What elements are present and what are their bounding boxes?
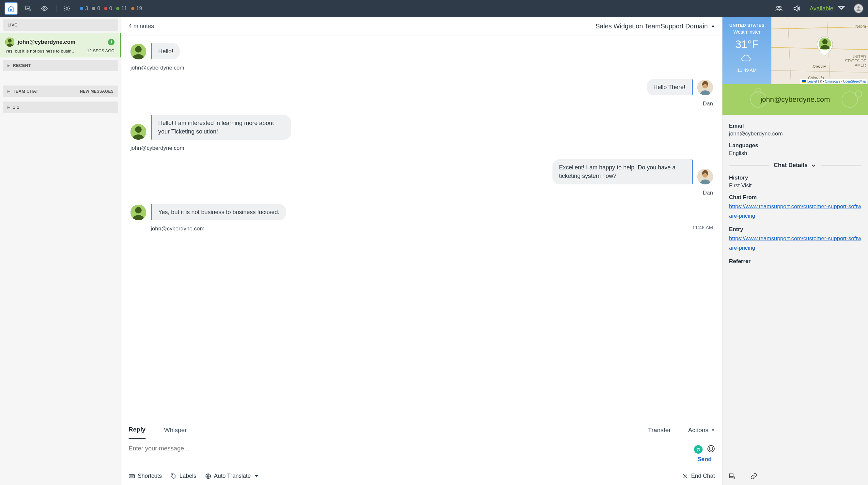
chat-details-label: Chat Details bbox=[769, 162, 810, 169]
keyboard-icon bbox=[129, 473, 135, 480]
leaflet-link[interactable]: Leaflet bbox=[807, 80, 817, 83]
sidebar-section-live[interactable]: LIVE bbox=[3, 19, 118, 31]
tab-whisper[interactable]: Whisper bbox=[164, 422, 187, 438]
availability-dropdown[interactable]: Available bbox=[810, 4, 845, 13]
gear-icon[interactable] bbox=[62, 4, 71, 13]
message-group: Hello! I am interested in learning more … bbox=[130, 115, 713, 151]
details-footer bbox=[722, 468, 868, 485]
transfer-button[interactable]: Transfer bbox=[648, 427, 671, 434]
chat-messages: Hello!john@cyberdyne.comHello There!DanH… bbox=[121, 36, 722, 421]
chat-source-dropdown[interactable]: Sales Widget on TeamSupport Domain bbox=[595, 23, 715, 30]
svg-point-2 bbox=[777, 6, 779, 8]
svg-point-3 bbox=[779, 6, 781, 8]
map-city-label: Denver bbox=[812, 64, 826, 69]
conversation-title: john@cyberdyne.com bbox=[18, 39, 105, 46]
status-count: 11 bbox=[121, 5, 127, 11]
chat-header: 4 minutes Sales Widget on TeamSupport Do… bbox=[121, 17, 722, 36]
message-bubble: Hello There! bbox=[647, 79, 693, 95]
current-user-avatar[interactable] bbox=[854, 4, 863, 13]
chat-from-link[interactable]: https://www.teamsupport.com/customer-sup… bbox=[729, 203, 861, 219]
chats-icon[interactable] bbox=[24, 4, 33, 13]
conversation-time: 12 SECS AGO bbox=[87, 49, 115, 54]
visitor-map[interactable]: Nebra UNITED STATES OF AMER Denver Color… bbox=[722, 17, 868, 84]
omniscale-link[interactable]: Omniscale bbox=[825, 80, 840, 83]
chevron-down-icon bbox=[711, 23, 715, 30]
message-bubble: Hello! I am interested in learning more … bbox=[151, 115, 291, 140]
people-icon[interactable] bbox=[774, 4, 783, 13]
svg-point-26 bbox=[750, 92, 766, 108]
grammarly-icon[interactable]: G bbox=[694, 445, 703, 454]
svg-point-6 bbox=[8, 39, 11, 42]
send-button[interactable]: Send bbox=[698, 456, 712, 463]
message-input[interactable] bbox=[129, 445, 694, 459]
message-bubble: Hello! bbox=[151, 43, 180, 59]
chevron-right-icon: ▶ bbox=[7, 64, 10, 67]
chat-history-icon[interactable] bbox=[728, 473, 736, 481]
top-bar: 3001119 Available bbox=[0, 0, 868, 17]
map-label: UNITED STATES OF AMER bbox=[843, 55, 866, 68]
visitor-avatar bbox=[130, 44, 146, 59]
osm-link[interactable]: OpenStreetMap bbox=[843, 80, 866, 83]
new-messages-link[interactable]: NEW MESSAGES bbox=[80, 89, 114, 94]
home-button[interactable] bbox=[5, 2, 18, 15]
emoji-icon[interactable] bbox=[707, 445, 715, 454]
languages-value: English bbox=[729, 150, 862, 157]
link-icon[interactable] bbox=[750, 473, 757, 481]
entry-label: Entry bbox=[729, 226, 862, 233]
history-value: First Visit bbox=[729, 182, 862, 189]
visitor-avatar bbox=[130, 205, 146, 220]
end-chat-button[interactable]: End Chat bbox=[682, 473, 715, 480]
actions-label: Actions bbox=[688, 427, 708, 434]
sidebar-section-recent[interactable]: ▶RECENT bbox=[3, 60, 118, 71]
email-label: Email bbox=[729, 123, 862, 129]
entry-link[interactable]: https://www.teamsupport.com/customer-sup… bbox=[729, 235, 861, 251]
message-sender: john@cyberdyne.com bbox=[151, 225, 205, 232]
message-group: Excellent! I am happy to help. Do you ha… bbox=[130, 159, 713, 196]
map-attribution: Leaflet | © · Omniscale · OpenStreetMap bbox=[801, 79, 867, 84]
compose-tabs: Reply Whisper Transfer Actions bbox=[121, 421, 722, 439]
sidebar-section-one-on-one[interactable]: ▶1:1 bbox=[3, 101, 118, 113]
topbar-divider bbox=[56, 5, 57, 12]
svg-point-1 bbox=[66, 7, 68, 9]
chevron-down-icon bbox=[810, 162, 817, 169]
status-dot bbox=[80, 7, 83, 10]
map-label: Nebra bbox=[855, 24, 866, 29]
svg-point-12 bbox=[135, 126, 142, 133]
svg-point-0 bbox=[43, 7, 45, 9]
message-bubble: Excellent! I am happy to help. Do you ha… bbox=[553, 159, 693, 184]
chat-duration: 4 minutes bbox=[129, 23, 154, 30]
conversation-preview: Yes, but it is not business to busin… bbox=[5, 49, 87, 54]
details-panel: Nebra UNITED STATES OF AMER Denver Color… bbox=[722, 17, 868, 485]
main-layout: LIVE john@cyberdyne.com 1 Yes, but it is… bbox=[0, 17, 868, 485]
message-row: Hello There! bbox=[130, 79, 713, 95]
labels-button[interactable]: Labels bbox=[170, 473, 196, 480]
status-count: 3 bbox=[85, 5, 88, 11]
eye-icon[interactable] bbox=[40, 4, 49, 13]
languages-label: Languages bbox=[729, 142, 862, 149]
message-group: Hello There!Dan bbox=[130, 79, 713, 107]
history-label: History bbox=[729, 175, 862, 181]
chat-panel: 4 minutes Sales Widget on TeamSupport Do… bbox=[121, 17, 722, 485]
chat-source-label: Sales Widget on TeamSupport Domain bbox=[595, 23, 708, 30]
sidebar-section-teamchat[interactable]: ▶TEAM CHAT NEW MESSAGES bbox=[3, 86, 118, 97]
message-row: Yes, but it is not business to business … bbox=[130, 204, 713, 220]
tab-reply[interactable]: Reply bbox=[129, 421, 146, 438]
conversation-item[interactable]: john@cyberdyne.com 1 Yes, but it is not … bbox=[0, 33, 121, 57]
status-count: 0 bbox=[97, 5, 100, 11]
auto-translate-button[interactable]: Auto Translate bbox=[205, 473, 259, 480]
status-count: 0 bbox=[109, 5, 112, 11]
visitor-avatar bbox=[5, 37, 14, 47]
status-count: 19 bbox=[136, 5, 142, 11]
message-sender: Dan bbox=[703, 100, 713, 107]
message-sender: Dan bbox=[703, 190, 713, 196]
sound-icon[interactable] bbox=[792, 4, 801, 13]
actions-dropdown[interactable]: Actions bbox=[688, 427, 715, 434]
compose-box: G Send bbox=[121, 439, 722, 467]
svg-point-29 bbox=[855, 91, 862, 97]
visitor-avatar bbox=[130, 124, 146, 140]
weather-widget: UNITED STATES Westminster 31°F 11:49 AM bbox=[722, 17, 771, 84]
chat-details-toggle[interactable]: Chat Details bbox=[729, 162, 862, 169]
svg-point-27 bbox=[756, 88, 761, 93]
shortcuts-button[interactable]: Shortcuts bbox=[129, 473, 162, 480]
live-label: LIVE bbox=[7, 23, 17, 27]
